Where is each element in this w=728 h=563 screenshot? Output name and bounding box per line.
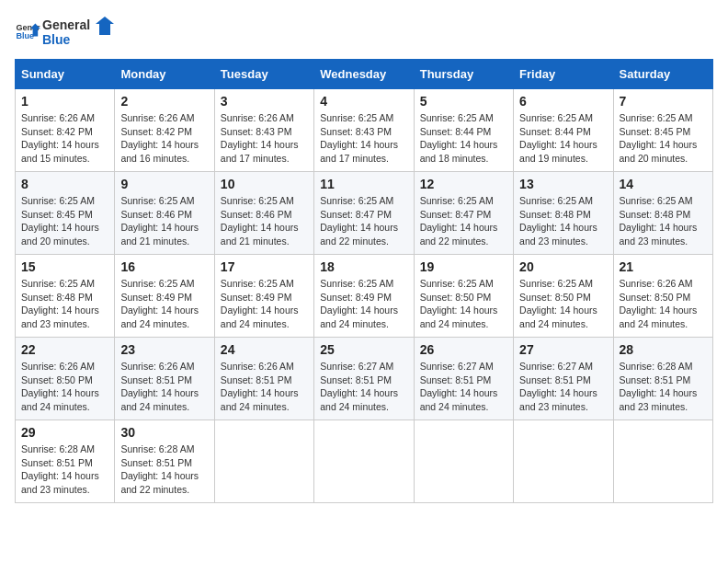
calendar-cell: 3 Sunrise: 6:26 AMSunset: 8:43 PMDayligh…	[214, 89, 313, 172]
calendar-cell: 19 Sunrise: 6:25 AMSunset: 8:50 PMDaylig…	[414, 255, 513, 338]
calendar-cell: 15 Sunrise: 6:25 AMSunset: 8:48 PMDaylig…	[16, 255, 115, 338]
logo-svg: General Blue	[42, 15, 116, 48]
calendar-cell: 22 Sunrise: 6:26 AMSunset: 8:50 PMDaylig…	[16, 338, 115, 420]
calendar-cell: 30 Sunrise: 6:28 AMSunset: 8:51 PMDaylig…	[115, 420, 214, 503]
calendar-cell	[414, 420, 513, 503]
day-info: Sunrise: 6:25 AMSunset: 8:43 PMDaylight:…	[320, 112, 398, 164]
logo: General Blue General Blue	[15, 15, 116, 48]
day-number: 18	[320, 259, 407, 274]
calendar-week-row: 15 Sunrise: 6:25 AMSunset: 8:48 PMDaylig…	[16, 255, 713, 338]
day-number: 7	[620, 94, 707, 109]
day-header-sunday: Sunday	[16, 60, 115, 89]
day-info: Sunrise: 6:25 AMSunset: 8:45 PMDaylight:…	[21, 195, 99, 247]
day-info: Sunrise: 6:26 AMSunset: 8:42 PMDaylight:…	[21, 112, 99, 164]
day-info: Sunrise: 6:25 AMSunset: 8:50 PMDaylight:…	[420, 278, 498, 329]
calendar-cell: 5 Sunrise: 6:25 AMSunset: 8:44 PMDayligh…	[414, 89, 513, 172]
day-info: Sunrise: 6:25 AMSunset: 8:50 PMDaylight:…	[519, 278, 597, 329]
day-info: Sunrise: 6:25 AMSunset: 8:47 PMDaylight:…	[320, 195, 398, 247]
day-info: Sunrise: 6:25 AMSunset: 8:49 PMDaylight:…	[320, 278, 398, 329]
day-number: 28	[620, 342, 707, 357]
day-number: 27	[519, 342, 607, 357]
day-info: Sunrise: 6:25 AMSunset: 8:48 PMDaylight:…	[620, 195, 698, 247]
calendar-table: SundayMondayTuesdayWednesdayThursdayFrid…	[15, 59, 713, 503]
day-info: Sunrise: 6:25 AMSunset: 8:46 PMDaylight:…	[221, 195, 299, 247]
calendar-cell: 26 Sunrise: 6:27 AMSunset: 8:51 PMDaylig…	[414, 338, 513, 420]
day-info: Sunrise: 6:27 AMSunset: 8:51 PMDaylight:…	[320, 361, 398, 412]
day-info: Sunrise: 6:25 AMSunset: 8:46 PMDaylight:…	[120, 195, 199, 247]
calendar-cell: 9 Sunrise: 6:25 AMSunset: 8:46 PMDayligh…	[115, 172, 214, 255]
day-number: 9	[120, 177, 208, 191]
day-number: 15	[21, 259, 108, 274]
day-info: Sunrise: 6:26 AMSunset: 8:50 PMDaylight:…	[21, 361, 99, 412]
day-number: 10	[221, 177, 308, 191]
calendar-cell: 28 Sunrise: 6:28 AMSunset: 8:51 PMDaylig…	[613, 338, 712, 420]
calendar-cell	[214, 420, 313, 503]
calendar-week-row: 1 Sunrise: 6:26 AMSunset: 8:42 PMDayligh…	[16, 89, 713, 172]
day-number: 21	[620, 259, 707, 274]
day-info: Sunrise: 6:25 AMSunset: 8:45 PMDaylight:…	[620, 112, 698, 164]
day-number: 19	[420, 259, 507, 274]
day-number: 30	[120, 425, 208, 440]
day-number: 17	[221, 259, 308, 274]
day-info: Sunrise: 6:28 AMSunset: 8:51 PMDaylight:…	[120, 443, 199, 495]
day-info: Sunrise: 6:26 AMSunset: 8:50 PMDaylight:…	[620, 278, 698, 329]
calendar-cell: 14 Sunrise: 6:25 AMSunset: 8:48 PMDaylig…	[613, 172, 712, 255]
calendar-cell: 12 Sunrise: 6:25 AMSunset: 8:47 PMDaylig…	[414, 172, 513, 255]
calendar-week-row: 22 Sunrise: 6:26 AMSunset: 8:50 PMDaylig…	[16, 338, 713, 420]
day-number: 22	[21, 342, 108, 357]
logo-icon: General Blue	[15, 18, 40, 44]
day-header-tuesday: Tuesday	[214, 60, 313, 89]
day-header-wednesday: Wednesday	[314, 60, 414, 89]
day-header-monday: Monday	[115, 60, 214, 89]
day-header-friday: Friday	[514, 60, 613, 89]
day-number: 20	[519, 259, 607, 274]
day-number: 5	[420, 94, 507, 109]
calendar-cell	[613, 420, 712, 503]
calendar-cell: 29 Sunrise: 6:28 AMSunset: 8:51 PMDaylig…	[16, 420, 115, 503]
calendar-cell: 1 Sunrise: 6:26 AMSunset: 8:42 PMDayligh…	[16, 89, 115, 172]
calendar-cell: 25 Sunrise: 6:27 AMSunset: 8:51 PMDaylig…	[314, 338, 414, 420]
day-number: 16	[120, 259, 208, 274]
day-info: Sunrise: 6:25 AMSunset: 8:44 PMDaylight:…	[519, 112, 597, 164]
calendar-cell: 16 Sunrise: 6:25 AMSunset: 8:49 PMDaylig…	[115, 255, 214, 338]
calendar-cell: 23 Sunrise: 6:26 AMSunset: 8:51 PMDaylig…	[115, 338, 214, 420]
header-row: SundayMondayTuesdayWednesdayThursdayFrid…	[16, 60, 713, 89]
svg-text:General: General	[42, 17, 90, 32]
day-info: Sunrise: 6:26 AMSunset: 8:51 PMDaylight:…	[221, 361, 299, 412]
day-number: 23	[120, 342, 208, 357]
day-header-saturday: Saturday	[613, 60, 712, 89]
calendar-cell: 18 Sunrise: 6:25 AMSunset: 8:49 PMDaylig…	[314, 255, 414, 338]
day-number: 11	[320, 177, 407, 191]
day-info: Sunrise: 6:25 AMSunset: 8:48 PMDaylight:…	[519, 195, 597, 247]
day-number: 26	[420, 342, 507, 357]
day-number: 25	[320, 342, 407, 357]
day-info: Sunrise: 6:26 AMSunset: 8:43 PMDaylight:…	[221, 112, 299, 164]
calendar-cell: 21 Sunrise: 6:26 AMSunset: 8:50 PMDaylig…	[613, 255, 712, 338]
day-info: Sunrise: 6:25 AMSunset: 8:44 PMDaylight:…	[420, 112, 498, 164]
svg-text:Blue: Blue	[16, 31, 34, 40]
page-header: General Blue General Blue	[15, 15, 713, 48]
day-number: 24	[221, 342, 308, 357]
day-info: Sunrise: 6:27 AMSunset: 8:51 PMDaylight:…	[420, 361, 498, 412]
calendar-cell: 17 Sunrise: 6:25 AMSunset: 8:49 PMDaylig…	[214, 255, 313, 338]
day-number: 6	[519, 94, 607, 109]
calendar-cell: 11 Sunrise: 6:25 AMSunset: 8:47 PMDaylig…	[314, 172, 414, 255]
day-number: 13	[519, 177, 607, 191]
day-info: Sunrise: 6:27 AMSunset: 8:51 PMDaylight:…	[519, 361, 597, 412]
calendar-cell: 4 Sunrise: 6:25 AMSunset: 8:43 PMDayligh…	[314, 89, 414, 172]
day-header-thursday: Thursday	[414, 60, 513, 89]
calendar-week-row: 8 Sunrise: 6:25 AMSunset: 8:45 PMDayligh…	[16, 172, 713, 255]
calendar-cell: 27 Sunrise: 6:27 AMSunset: 8:51 PMDaylig…	[514, 338, 613, 420]
calendar-cell: 24 Sunrise: 6:26 AMSunset: 8:51 PMDaylig…	[214, 338, 313, 420]
day-number: 29	[21, 425, 108, 440]
day-number: 4	[320, 94, 407, 109]
calendar-cell: 6 Sunrise: 6:25 AMSunset: 8:44 PMDayligh…	[514, 89, 613, 172]
calendar-cell: 7 Sunrise: 6:25 AMSunset: 8:45 PMDayligh…	[613, 89, 712, 172]
day-info: Sunrise: 6:25 AMSunset: 8:48 PMDaylight:…	[21, 278, 99, 329]
day-info: Sunrise: 6:25 AMSunset: 8:47 PMDaylight:…	[420, 195, 498, 247]
day-info: Sunrise: 6:25 AMSunset: 8:49 PMDaylight:…	[120, 278, 199, 329]
day-number: 3	[221, 94, 308, 109]
calendar-week-row: 29 Sunrise: 6:28 AMSunset: 8:51 PMDaylig…	[16, 420, 713, 503]
svg-marker-5	[96, 17, 114, 35]
day-number: 8	[21, 177, 108, 191]
